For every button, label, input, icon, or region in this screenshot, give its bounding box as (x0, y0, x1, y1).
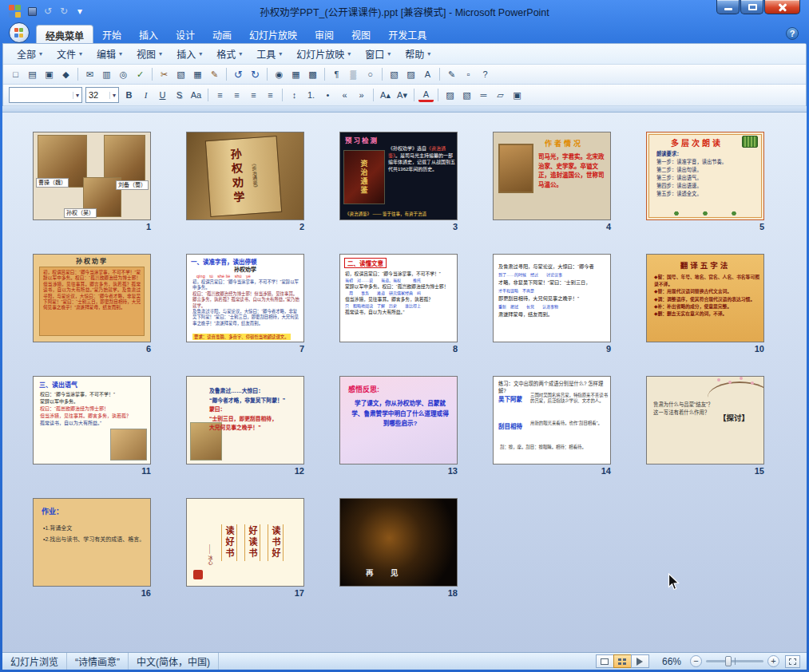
office-button[interactable] (9, 22, 30, 43)
zoom-out-button[interactable]: − (690, 655, 702, 667)
change-case-button[interactable]: Aa (188, 88, 204, 103)
grayscale-button[interactable]: ▒ (346, 67, 361, 82)
font-name-combo[interactable]: ▾ (9, 87, 82, 103)
qat-undo-button[interactable]: ↺ (41, 4, 55, 18)
help-button[interactable]: ? (786, 27, 799, 40)
qat-customize-dropdown[interactable]: ▾ (73, 4, 87, 18)
font-size-combo[interactable]: 32 ▾ (85, 87, 119, 103)
slide-thumbnail-5[interactable]: 多层次朗读 朗读要求： 第一步：读准字音，读出节奏。 第二步：读出句读。 第三步… (646, 132, 764, 220)
zoom-slider-thumb[interactable] (725, 656, 732, 666)
slide-thumbnail-11[interactable]: 三、读出语气 权曰：“卿今当涂掌事，不可不学！” 蒙辞以军中多务。 权曰：“孤岂… (33, 376, 151, 464)
fit-to-window-button[interactable] (785, 655, 800, 668)
font-color-button[interactable]: A (418, 89, 434, 102)
slide-thumbnail-8[interactable]: 二、读懂文意 初，权谓吕蒙曰：“卿今当涂掌事，不可不学！” 当初 对……说 当道… (339, 254, 458, 342)
menu-item[interactable]: 全部 ▾ (10, 45, 50, 63)
italic-button[interactable]: I (138, 88, 153, 103)
normal-view-button[interactable] (596, 654, 614, 668)
redo-button[interactable]: ↻ (248, 67, 263, 82)
print-button[interactable]: ▥ (99, 67, 114, 82)
menu-item[interactable]: 窗口 ▾ (358, 45, 398, 63)
slide-thumbnail-4[interactable]: 作者情况 司马光，字君实。北宋政治家、史学家。卒谥文正，追封温国公，世称司马温公… (493, 132, 611, 220)
hyperlink-button[interactable]: ◉ (272, 67, 287, 82)
toolbar-help-button[interactable]: ? (478, 67, 493, 82)
line-style-button[interactable]: ═ (476, 88, 491, 103)
close-button[interactable] (764, 0, 800, 14)
spelling-button[interactable]: ✓ (133, 67, 148, 82)
minimize-button[interactable] (716, 0, 740, 14)
draw-button[interactable]: ✎ (444, 67, 459, 82)
new-button[interactable]: □ (8, 67, 23, 82)
increase-font-button[interactable]: A▴ (378, 88, 393, 103)
menu-item[interactable]: 格式 ▾ (209, 45, 249, 63)
ribbon-tab[interactable]: 视图 (343, 25, 379, 43)
slide-thumbnail-3[interactable]: 预习检测 资治通鉴 《孙权劝学》选自《资治通鉴》。是司马光主持编纂的一部编年体通… (339, 132, 458, 220)
slide-thumbnail-6[interactable]: 孙权劝学 初，权谓吕蒙曰：“卿今当涂掌事，不可不学！”蒙辞以军中多务。权曰：“孤… (33, 254, 151, 342)
menu-item[interactable]: 插入 ▾ (169, 45, 209, 63)
slideshow-view-button[interactable] (631, 654, 649, 668)
insert-table-button[interactable]: ▦ (288, 67, 303, 82)
slide-layout-button[interactable]: ▨ (403, 67, 418, 82)
bullets-button[interactable]: • (320, 88, 335, 103)
align-right-button[interactable]: ≡ (246, 88, 261, 103)
slide-thumbnail-9[interactable]: 及鲁肃过寻阳，与蒙论议，大惊曰：“卿今者 到了……的时候 经过 讨论议事 才略，… (493, 254, 611, 342)
shadow-button[interactable]: S (172, 88, 187, 103)
copy-button[interactable]: ▧ (173, 67, 188, 82)
save-button[interactable]: ▣ (42, 67, 57, 82)
comment-button[interactable]: ▫ (461, 67, 476, 82)
ribbon-tab[interactable]: 设计 (167, 25, 204, 43)
font-box-button[interactable]: A (420, 67, 435, 82)
open-button[interactable]: ▤ (25, 67, 40, 82)
maximize-button[interactable] (740, 0, 763, 14)
menu-item[interactable]: 文件 ▾ (50, 45, 89, 63)
slide-thumbnail-17[interactable]: 读书好 好读书 读好书 —— 冰心 (186, 498, 304, 587)
ribbon-tab[interactable]: 审阅 (306, 25, 343, 43)
justify-button[interactable]: ≡ (263, 88, 278, 103)
line-spacing-button[interactable]: ↕ (287, 88, 302, 103)
increase-indent-button[interactable]: » (354, 88, 369, 103)
slide-thumbnail-10[interactable]: 翻译五字法 ◆留：国号、年号、地名、官名、人名、书名等可照录不译。 ◆替：用现代… (646, 254, 764, 342)
decrease-font-button[interactable]: A▾ (395, 88, 410, 103)
zoom-in-button[interactable]: + (767, 655, 779, 667)
slide-thumbnail-15[interactable]: 鲁肃为什么与吕蒙“结友”？这一写法有着什么作用？ 【探讨】 (646, 376, 764, 464)
arrange-button[interactable]: ▱ (493, 88, 508, 103)
menu-item[interactable]: 视图 ▾ (129, 45, 169, 63)
quick-styles-button[interactable]: ▣ (510, 88, 525, 103)
bold-button[interactable]: B (121, 88, 137, 103)
menu-item[interactable]: 工具 ▾ (249, 45, 289, 63)
format-painter-button[interactable]: ✎ (207, 67, 222, 82)
slide-thumbnail-16[interactable]: 作业： •1.背诵全文 •2.找出与读书、学习有关的成语、格言。 (33, 498, 151, 587)
ribbon-tab[interactable]: 幻灯片放映 (240, 25, 306, 43)
menu-item[interactable]: 幻灯片放映 ▾ (289, 45, 358, 63)
slide-thumbnail-14[interactable]: 练习：文中出现的两个成语分别是什么? 怎样理解? 吴下阿蒙 三国时吴国名将吕蒙，… (493, 376, 611, 464)
paste-button[interactable]: ▦ (190, 67, 205, 82)
slide-thumbnail-13[interactable]: 感悟反思: 学了课文，你从孙权劝学、吕蒙就学、鲁肃赞学中明白了什么道理或得到哪些… (339, 376, 458, 464)
slide-thumbnail-12[interactable]: 及鲁肃过……大惊曰： “卿今者才略，非复吴下阿蒙！” 蒙曰： “士别三日，即更刮… (186, 376, 304, 464)
fill-color-button[interactable]: ▨ (442, 88, 458, 103)
email-button[interactable]: ✉ (82, 67, 97, 82)
slide-thumbnail-18[interactable]: 再 见 (339, 498, 458, 587)
menu-item[interactable]: 帮助 ▾ (398, 45, 438, 63)
cut-button[interactable]: ✂ (157, 67, 172, 82)
qat-save-button[interactable] (25, 4, 39, 18)
ribbon-tab[interactable]: 开发工具 (379, 25, 435, 43)
slide-thumbnail-7[interactable]: 一、读准字音，读出停顿 孙权劝学 qīng tú shè liè shú yé … (186, 254, 304, 342)
show-formatting-button[interactable]: ¶ (329, 67, 344, 82)
ribbon-tab[interactable]: 动画 (204, 25, 240, 43)
zoom-slider[interactable] (706, 660, 763, 662)
undo-button[interactable]: ↺ (231, 67, 246, 82)
ribbon-tab[interactable]: 插入 (130, 25, 167, 43)
align-left-button[interactable]: ≡ (212, 88, 228, 103)
line-color-button[interactable]: ▧ (459, 88, 474, 103)
decrease-indent-button[interactable]: « (337, 88, 352, 103)
menu-item[interactable]: 编辑 ▾ (89, 45, 129, 63)
slide-thumbnail-2[interactable]: 孙权劝学 《资治通鉴》 (186, 132, 304, 220)
slide-sorter-view-button[interactable] (613, 654, 632, 668)
zoom-button[interactable]: ○ (363, 67, 378, 82)
underline-button[interactable]: U (155, 88, 170, 103)
new-slide-button[interactable]: ▧ (387, 67, 402, 82)
permission-button[interactable]: ◆ (58, 67, 73, 82)
numbering-button[interactable]: 1. (303, 88, 319, 103)
print-preview-button[interactable]: ◎ (116, 67, 131, 82)
ribbon-tab[interactable]: 经典菜单 (36, 25, 93, 43)
align-center-button[interactable]: ≡ (229, 88, 244, 103)
